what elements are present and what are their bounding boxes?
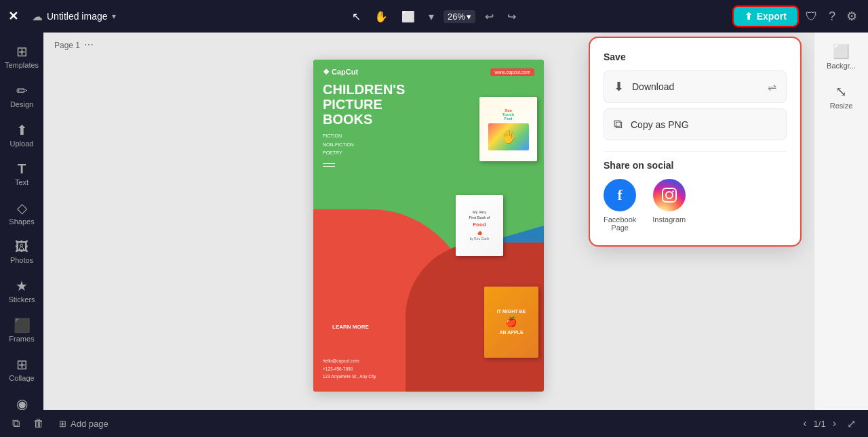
copy-png-button[interactable]: ⧉ Copy as PNG	[604, 108, 787, 140]
app-logo: ✕	[8, 9, 18, 24]
zoom-level: 26%	[448, 12, 465, 22]
canvas-area: Page 1 ⋯ ❖ CapCut	[43, 33, 814, 410]
page-delete-button[interactable]: 🗑	[29, 415, 48, 432]
frames-icon: ⬛	[14, 317, 31, 333]
text-icon: T	[18, 161, 26, 177]
prev-page-button[interactable]: ‹	[799, 416, 810, 431]
instagram-icon	[653, 179, 686, 211]
zoom-control[interactable]: 26% ▾	[443, 10, 475, 23]
bottom-right: ‹ 1/1 › ⤢	[799, 415, 860, 433]
sidebar-item-frames[interactable]: ⬛ Frames	[3, 312, 41, 348]
add-page-icon: ⊞	[59, 419, 66, 429]
poster-book2: My Very First Book of Food 🍎 by Eric Car…	[456, 195, 503, 256]
shapes-icon: ◇	[17, 200, 27, 216]
view-button[interactable]: ⬜	[397, 7, 419, 26]
undo-button[interactable]: ↩	[481, 7, 498, 26]
panel-divider	[604, 151, 787, 152]
left-sidebar: ⊞ Templates ✏ Design ⬆ Upload T Text ◇ S…	[0, 33, 43, 410]
sidebar-item-stickers[interactable]: ★ Stickers	[3, 272, 41, 309]
facebook-label: FacebookPage	[604, 215, 636, 232]
brand-icon: ◉	[16, 396, 28, 410]
shield-button[interactable]: 🛡	[803, 7, 821, 26]
export-label: Export	[757, 11, 787, 22]
right-sidebar: ⬜ Backgr... ⤡ Resize	[814, 33, 868, 410]
svg-rect-0	[663, 188, 676, 202]
templates-icon: ⊞	[16, 43, 28, 60]
sidebar-item-brand[interactable]: ◉ Brand kit	[3, 390, 41, 410]
page-copy-button[interactable]: ⧉	[8, 415, 24, 432]
sidebar-item-design[interactable]: ✏ Design	[3, 77, 41, 114]
export-upload-icon: ⬆	[745, 11, 753, 22]
add-page-button[interactable]: ⊞ Add page	[54, 416, 114, 432]
poster-learn-more-button[interactable]: LEARN MORE	[323, 319, 378, 334]
sidebar-item-text-label: Text	[15, 178, 28, 186]
next-page-button[interactable]: ›	[829, 416, 840, 431]
select-tool-button[interactable]: ↖	[348, 7, 365, 26]
background-label: Backgr...	[827, 62, 856, 70]
resize-label: Resize	[830, 102, 853, 110]
page-indicator: 1/1	[814, 419, 826, 429]
sidebar-item-shapes-label: Shapes	[9, 217, 34, 226]
facebook-icon: f	[604, 179, 636, 211]
copy-icon: ⧉	[614, 117, 623, 131]
bottom-bar: ⧉ 🗑 ⊞ Add page ‹ 1/1 › ⤢	[0, 410, 868, 437]
copy-png-label: Copy as PNG	[631, 119, 689, 130]
fit-button[interactable]: ⤢	[843, 415, 860, 433]
sidebar-item-design-label: Design	[10, 100, 33, 108]
export-panel: Save ⬇ Download ⇌ ⧉ Copy as PNG Share on…	[590, 38, 800, 245]
sidebar-item-shapes[interactable]: ◇ Shapes	[3, 194, 41, 231]
sidebar-item-collage[interactable]: ⊞ Collage	[3, 351, 41, 388]
resize-icon: ⤡	[835, 83, 847, 100]
zoom-chevron-icon: ▾	[467, 12, 471, 22]
topbar-right: ⬆ Export 🛡 ? ⚙	[734, 6, 860, 26]
instagram-share-button[interactable]: Instagram	[652, 179, 686, 232]
upload-icon: ⬆	[16, 122, 28, 138]
sidebar-item-stickers-label: Stickers	[8, 295, 35, 304]
instagram-label: Instagram	[652, 215, 686, 224]
redo-button[interactable]: ↪	[503, 7, 520, 26]
save-section-title: Save	[604, 51, 787, 62]
sidebar-item-collage-label: Collage	[9, 374, 34, 382]
title-chevron-icon[interactable]: ▾	[112, 12, 116, 21]
topbar-tools: ↖ ✋ ⬜ ▾ 26% ▾ ↩ ↪	[348, 7, 520, 26]
stickers-icon: ★	[16, 278, 28, 294]
main-layout: ⊞ Templates ✏ Design ⬆ Upload T Text ◇ S…	[0, 33, 868, 410]
collage-icon: ⊞	[16, 356, 28, 373]
page-menu-icon[interactable]: ⋯	[84, 39, 94, 50]
facebook-share-button[interactable]: f FacebookPage	[604, 179, 636, 232]
sidebar-item-text[interactable]: T Text	[3, 156, 41, 192]
settings-button[interactable]: ⚙	[844, 6, 860, 26]
download-label: Download	[632, 81, 674, 92]
add-page-label: Add page	[71, 419, 108, 429]
design-icon: ✏	[16, 83, 28, 99]
poster-logo: ❖ CapCut	[323, 68, 358, 77]
poster-book3: IT MIGHT BE 🍎 AN APPLE	[484, 287, 538, 358]
poster-website: www.capcut.com	[490, 68, 534, 76]
download-settings-icon[interactable]: ⇌	[768, 81, 776, 93]
svg-point-2	[672, 190, 673, 192]
svg-point-1	[666, 192, 673, 199]
view-chevron-icon[interactable]: ▾	[425, 7, 438, 26]
sidebar-item-upload[interactable]: ⬆ Upload	[3, 117, 41, 153]
cloud-icon: ☁	[32, 10, 43, 23]
poster-contact: hello@capcut.com +123-456-7890 123 Anywh…	[323, 357, 376, 381]
background-tool[interactable]: ⬜ Backgr...	[817, 38, 866, 75]
sidebar-item-photos-label: Photos	[10, 256, 33, 264]
sidebar-item-templates[interactable]: ⊞ Templates	[3, 38, 41, 75]
sidebar-item-frames-label: Frames	[9, 335, 34, 343]
document-title[interactable]: Untitled image	[47, 11, 108, 22]
social-grid: f FacebookPage Instagram	[604, 179, 787, 232]
sidebar-item-templates-label: Templates	[5, 61, 39, 69]
page-label: Page 1	[54, 41, 80, 50]
resize-tool[interactable]: ⤡ Resize	[817, 78, 866, 115]
hand-tool-button[interactable]: ✋	[370, 7, 392, 26]
background-icon: ⬜	[833, 43, 850, 60]
sidebar-item-photos[interactable]: 🖼 Photos	[3, 234, 41, 270]
poster-book1: See Touch Feel 🖐	[479, 97, 537, 161]
help-button[interactable]: ?	[826, 7, 838, 26]
export-button[interactable]: ⬆ Export	[734, 7, 797, 26]
canvas-poster[interactable]: ❖ CapCut www.capcut.com CHILDREN'S PICTU…	[313, 60, 544, 392]
photos-icon: 🖼	[15, 239, 28, 255]
download-button[interactable]: ⬇ Download ⇌	[604, 70, 787, 103]
sidebar-item-upload-label: Upload	[10, 140, 34, 148]
